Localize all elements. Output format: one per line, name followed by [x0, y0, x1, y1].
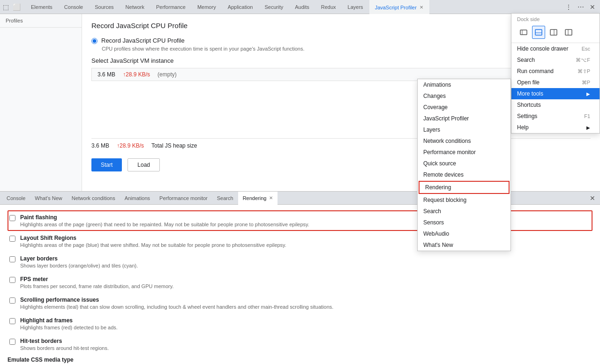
- tab-console[interactable]: Console: [59, 0, 89, 14]
- tab-network[interactable]: Network: [120, 0, 150, 14]
- devtools-more-button[interactable]: ⋮: [562, 1, 575, 13]
- tab-redux[interactable]: Redux: [315, 0, 342, 14]
- drawer-close-btn[interactable]: ✕: [587, 193, 598, 204]
- paint-flashing-desc: Highlights areas of the page (green) tha…: [20, 222, 309, 227]
- rendering-tab-close[interactable]: ✕: [269, 195, 273, 201]
- stats-heap-rate: ↑28.9 KB/s: [117, 142, 144, 149]
- scrolling-checkbox[interactable]: [9, 297, 15, 304]
- hit-test-title: Hit-test borders: [20, 338, 109, 344]
- tab-application[interactable]: Application: [222, 0, 259, 14]
- menu-settings[interactable]: Settings F1: [511, 111, 600, 122]
- drawer-tab-whats-new[interactable]: What's New: [30, 192, 67, 205]
- tab-js-profiler-close[interactable]: ✕: [420, 5, 423, 10]
- submenu-rendering[interactable]: Rendering: [419, 181, 510, 191]
- devtools-detach-button[interactable]: ⋯: [575, 1, 587, 13]
- submenu-animations[interactable]: Animations: [418, 79, 510, 90]
- tab-layers[interactable]: Layers: [342, 0, 369, 14]
- more-tools-arrow: ▶: [586, 91, 590, 97]
- instance-heap-size: 3.6 MB: [98, 71, 115, 78]
- paint-flashing-checkbox[interactable]: [9, 215, 15, 221]
- more-tools-submenu: Animations Changes Coverage JavaScript P…: [417, 79, 511, 191]
- profiler-stats: 3.6 MB ↑28.9 KB/s Total JS heap size: [91, 138, 591, 153]
- fps-checkbox[interactable]: [9, 277, 15, 283]
- tab-js-profiler[interactable]: JavaScript Profiler ✕: [369, 0, 429, 14]
- render-item-scrolling: Scrolling performance issues Highlights …: [8, 293, 592, 313]
- dock-undock-btn[interactable]: [517, 26, 530, 39]
- layout-shift-title: Layout Shift Regions: [20, 235, 286, 241]
- svg-rect-0: [520, 30, 527, 35]
- menu-more-tools[interactable]: More tools ▶: [511, 88, 600, 99]
- svg-rect-2: [535, 30, 542, 35]
- dock-right-btn[interactable]: [547, 26, 560, 39]
- tab-memory[interactable]: Memory: [192, 0, 222, 14]
- tab-security[interactable]: Security: [259, 0, 289, 14]
- render-item-highlight-ads: Highlight ad frames Highlights frames (r…: [8, 313, 592, 334]
- profiler-radio-label: Record JavaScript CPU Profile: [101, 37, 185, 44]
- menu-open-file[interactable]: Open file ⌘P: [511, 77, 600, 88]
- tab-performance[interactable]: Performance: [150, 0, 192, 14]
- drawer-tab-search[interactable]: Search: [212, 192, 238, 205]
- instance-name: (empty): [158, 71, 177, 78]
- scrolling-title: Scrolling performance issues: [20, 297, 333, 303]
- dock-left-btn[interactable]: [562, 26, 575, 39]
- sidebar-profiles-label: Profiles: [0, 14, 82, 28]
- layer-borders-desc: Shows layer borders (orange/olive) and t…: [20, 263, 138, 268]
- hit-test-desc: Shows borders around hit-test regions.: [20, 345, 109, 351]
- drawer-tab-perf-monitor[interactable]: Performance monitor: [155, 192, 212, 205]
- submenu-perf-monitor[interactable]: Performance monitor: [418, 147, 510, 158]
- scrolling-desc: Highlights elements (teal) that can slow…: [20, 304, 333, 310]
- paint-flashing-title: Paint flashing: [20, 214, 309, 221]
- layout-shift-checkbox[interactable]: [9, 236, 15, 242]
- load-button[interactable]: Load: [128, 158, 160, 171]
- render-item-layer-borders: Layer borders Shows layer borders (orang…: [8, 252, 592, 272]
- submenu-remote-devices[interactable]: Remote devices: [418, 169, 510, 180]
- menu-help[interactable]: Help ▶: [511, 122, 600, 133]
- drawer-tab-console[interactable]: Console: [2, 192, 30, 205]
- highlight-ads-checkbox[interactable]: [9, 318, 15, 324]
- submenu-js-profiler[interactable]: JavaScript Profiler: [418, 113, 510, 124]
- inspect-icon[interactable]: ⬚: [2, 2, 10, 12]
- layer-borders-checkbox[interactable]: [9, 256, 15, 262]
- drawer-tab-animations[interactable]: Animations: [120, 192, 155, 205]
- submenu-coverage[interactable]: Coverage: [418, 102, 510, 113]
- sidebar: Profiles: [0, 14, 82, 191]
- stats-heap-size: 3.6 MB: [91, 142, 109, 149]
- submenu-quick-source[interactable]: Quick source: [418, 158, 510, 169]
- submenu-network-conditions[interactable]: Network conditions: [418, 135, 510, 147]
- devtools-layout: Profiles Record JavaScript CPU Profile R…: [0, 14, 600, 364]
- help-arrow: ▶: [586, 125, 590, 130]
- drawer-tab-rendering[interactable]: Rendering ✕: [238, 192, 278, 205]
- devtools-close-button[interactable]: ✕: [587, 1, 598, 13]
- drawer-tab-network-cond[interactable]: Network conditions: [67, 192, 120, 205]
- profiler-radio-input[interactable]: [91, 38, 98, 44]
- dock-icons-row: [511, 24, 600, 43]
- profiler-buttons: Start Load: [91, 158, 591, 171]
- hit-test-checkbox[interactable]: [9, 339, 15, 345]
- render-item-hit-test: Hit-test borders Shows borders around hi…: [8, 334, 592, 355]
- submenu-changes[interactable]: Changes: [418, 90, 510, 102]
- highlight-ads-title: Highlight ad frames: [20, 317, 118, 324]
- menu-search[interactable]: Search ⌘⌥F: [511, 54, 600, 66]
- stats-label: Total JS heap size: [151, 142, 197, 149]
- menu-run-command[interactable]: Run command ⌘⇧P: [511, 66, 600, 77]
- tab-elements[interactable]: Elements: [25, 0, 59, 14]
- svg-rect-6: [565, 30, 572, 35]
- main-panel: Profiles Record JavaScript CPU Profile R…: [0, 14, 600, 191]
- tab-sources[interactable]: Sources: [89, 0, 120, 14]
- dock-bottom-btn[interactable]: [532, 26, 545, 39]
- devtools-tabbar: ⬚ ⬜ Elements Console Sources Network Per…: [0, 0, 600, 14]
- menu-hide-console[interactable]: Hide console drawer Esc: [511, 43, 600, 54]
- submenu-layers[interactable]: Layers: [418, 124, 510, 135]
- dock-menu: Dock side H: [511, 14, 600, 134]
- fps-desc: Plots frames per second, frame rate dist…: [20, 283, 173, 289]
- instance-heap-rate: ↑28.9 KB/s: [123, 71, 150, 78]
- layer-borders-title: Layer borders: [20, 255, 138, 262]
- menu-shortcuts[interactable]: Shortcuts: [511, 99, 600, 111]
- devtools-icons: ⬚ ⬜: [2, 2, 22, 12]
- highlight-ads-desc: Highlights frames (red) detected to be a…: [20, 325, 118, 330]
- tab-audits[interactable]: Audits: [289, 0, 315, 14]
- emulate-css-section: Emulate CSS media type Forces media type…: [8, 357, 592, 364]
- layout-shift-desc: Highlights areas of the page (blue) that…: [20, 242, 286, 248]
- start-button[interactable]: Start: [91, 158, 122, 171]
- device-icon[interactable]: ⬜: [12, 2, 22, 12]
